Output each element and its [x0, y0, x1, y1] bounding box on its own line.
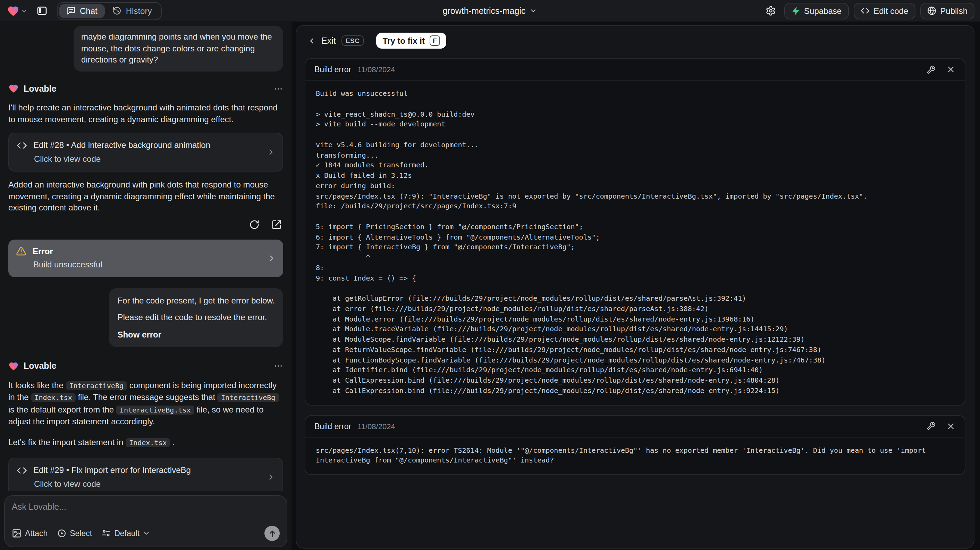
- inline-code: InteractiveBg.tsx: [116, 405, 194, 414]
- chat-message-list[interactable]: maybe diagramming points and when you mo…: [0, 22, 291, 491]
- assistant-name: Lovable: [24, 83, 57, 94]
- edit-code-label: Edit code: [873, 6, 908, 16]
- chat-sidebar: maybe diagramming points and when you mo…: [0, 22, 291, 550]
- message-more-button[interactable]: [274, 362, 283, 371]
- panel-header: Exit ESC Try to fix it F: [296, 26, 974, 54]
- edit-card-29[interactable]: Edit #29 • Fix import error for Interact…: [8, 458, 283, 491]
- tab-chat-label: Chat: [80, 6, 97, 16]
- supabase-label: Supabase: [804, 6, 842, 16]
- supabase-button[interactable]: Supabase: [784, 2, 848, 19]
- error-card-title: Error: [33, 246, 53, 257]
- wrench-icon[interactable]: [927, 421, 935, 430]
- warning-triangle-icon: [16, 246, 26, 257]
- edit-card-28[interactable]: Edit #28 • Add interactive background an…: [8, 132, 283, 172]
- edit-card-title: Edit #28 • Add interactive background an…: [33, 140, 210, 151]
- chat-composer: Attach Select Default: [4, 495, 287, 547]
- try-to-fix-label: Try to fix it: [383, 36, 425, 46]
- assistant-summary-text: Added an interactive background with pin…: [8, 179, 283, 214]
- model-selector[interactable]: Default: [101, 528, 150, 538]
- settings-button[interactable]: [762, 2, 779, 19]
- restore-button[interactable]: [247, 218, 261, 231]
- refresh-icon: [249, 220, 259, 230]
- select-button[interactable]: Select: [57, 528, 92, 538]
- build-error-log[interactable]: src/pages/Index.tsx(7,10): error TS2614:…: [305, 437, 965, 474]
- code-icon: [17, 465, 27, 476]
- f-key-badge: F: [430, 35, 440, 46]
- message-more-button[interactable]: [274, 84, 283, 94]
- code-icon: [860, 6, 869, 15]
- edit-card-subtitle: Click to view code: [34, 153, 275, 164]
- close-icon[interactable]: [946, 65, 956, 74]
- model-label: Default: [114, 529, 140, 537]
- show-error-link[interactable]: Show error: [117, 329, 275, 340]
- build-error-title: Build error: [314, 65, 351, 73]
- project-name: growth-metrics-magic: [443, 6, 526, 16]
- assistant-name: Lovable: [24, 360, 57, 372]
- user-message: maybe diagramming points and when you mo…: [73, 26, 283, 71]
- send-button[interactable]: [264, 526, 280, 541]
- exit-button[interactable]: Exit ESC: [307, 35, 364, 46]
- publish-button[interactable]: Publish: [920, 2, 974, 19]
- more-horizontal-icon: [274, 362, 283, 371]
- more-horizontal-icon: [274, 84, 283, 94]
- lovable-heart-icon: [8, 361, 19, 371]
- panel-toggle-icon: [36, 5, 48, 17]
- select-label: Select: [70, 529, 92, 537]
- error-detail-panel: Exit ESC Try to fix it F Build error 11/…: [296, 25, 974, 548]
- view-switcher: Chat History: [57, 2, 161, 20]
- chevron-right-icon: [267, 148, 275, 156]
- build-error-panel-1: Build error 11/08/2024 Build was unsucce…: [305, 58, 966, 405]
- chevron-down-icon: [21, 7, 28, 14]
- image-icon: [12, 528, 22, 538]
- chat-input[interactable]: [12, 502, 280, 519]
- assistant-fix-text: It looks like the InteractiveBg componen…: [8, 379, 283, 427]
- chevron-right-icon: [267, 473, 275, 481]
- chevron-right-icon: [267, 253, 276, 263]
- edit-card-title: Edit #29 • Fix import error for Interact…: [33, 465, 191, 476]
- build-error-log[interactable]: Build was unsuccessful > vite_react_shad…: [305, 81, 965, 405]
- project-switcher[interactable]: growth-metrics-magic: [443, 6, 538, 16]
- external-link-icon: [271, 220, 282, 230]
- sliders-icon: [101, 528, 111, 538]
- target-icon: [57, 528, 66, 538]
- message-actions: [8, 218, 283, 231]
- chevron-down-icon: [530, 7, 537, 14]
- attach-label: Attach: [25, 529, 48, 537]
- build-error-panel-2: Build error 11/08/2024 src/pages/Index.t…: [305, 415, 966, 475]
- assistant-message-header: Lovable: [8, 83, 283, 94]
- lovable-heart-icon: [7, 5, 19, 17]
- lovable-app: Chat History growth-metrics-magic Supaba…: [0, 0, 980, 550]
- chat-bubble-icon: [67, 6, 76, 15]
- history-icon: [113, 6, 122, 15]
- lovable-logo-menu[interactable]: [6, 5, 29, 17]
- gear-icon: [765, 6, 776, 16]
- edit-card-subtitle: Click to view code: [34, 478, 275, 489]
- lovable-heart-icon: [8, 84, 19, 94]
- assistant-message-header: Lovable: [8, 360, 283, 372]
- tab-history-label: History: [126, 6, 152, 16]
- error-card-subtitle: Build unsuccessful: [33, 259, 275, 271]
- globe-icon: [927, 6, 936, 15]
- assistant-intro-text: I'll help create an interactive backgrou…: [8, 102, 283, 125]
- wrench-icon[interactable]: [927, 65, 935, 74]
- build-error-header: Build error 11/08/2024: [305, 59, 965, 81]
- build-error-card[interactable]: Error Build unsuccessful: [8, 239, 283, 277]
- sidebar-toggle-button[interactable]: [33, 2, 50, 19]
- attach-button[interactable]: Attach: [12, 528, 48, 538]
- chevron-left-icon: [307, 37, 316, 45]
- open-preview-button[interactable]: [269, 218, 283, 231]
- inline-code: Index.tsx: [126, 438, 170, 447]
- try-to-fix-button[interactable]: Try to fix it F: [377, 33, 446, 49]
- edit-code-button[interactable]: Edit code: [853, 2, 915, 19]
- user-message: For the code present, I get the error be…: [109, 288, 283, 347]
- close-icon[interactable]: [946, 421, 956, 431]
- build-error-title: Build error: [314, 422, 351, 430]
- tab-history[interactable]: History: [105, 4, 160, 18]
- build-error-date: 11/08/2024: [358, 65, 395, 73]
- build-error-header: Build error 11/08/2024: [305, 416, 965, 437]
- inline-code: Index.tsx: [31, 393, 75, 402]
- tab-chat[interactable]: Chat: [59, 4, 105, 18]
- build-error-date: 11/08/2024: [358, 422, 395, 430]
- top-bar: Chat History growth-metrics-magic Supaba…: [0, 0, 980, 22]
- assistant-fix-line2: Let's fix the import statement in Index.…: [8, 437, 283, 449]
